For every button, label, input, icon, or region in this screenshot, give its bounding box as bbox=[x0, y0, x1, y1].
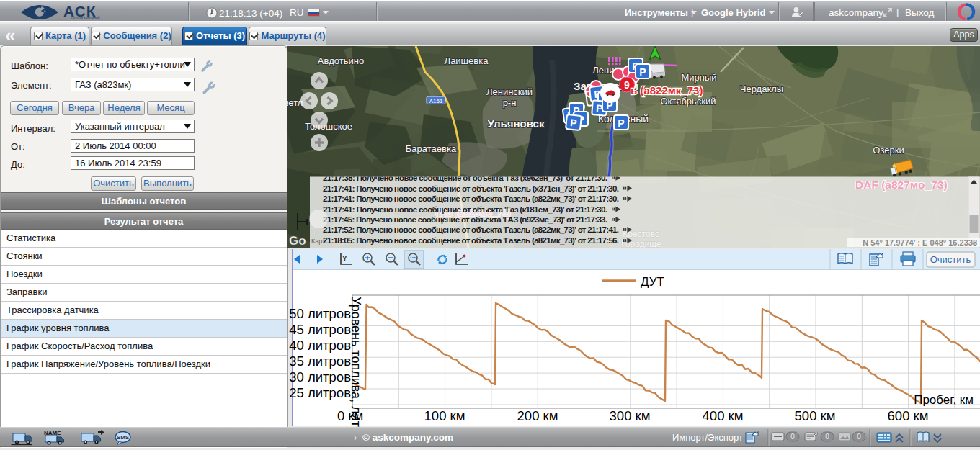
svg-text:21:17:52: Получено новое сообщ: 21:17:52: Получено новое сообщение от об… bbox=[323, 225, 619, 234]
svg-text:21:17:45: Получено новое сообщ: 21:17:45: Получено новое сообщение от об… bbox=[323, 215, 607, 224]
svg-text:300 км: 300 км bbox=[610, 408, 651, 423]
svg-text:© askcompany.com: © askcompany.com bbox=[362, 432, 453, 443]
svg-text:400 км: 400 км bbox=[703, 408, 744, 423]
svg-text:40 литров: 40 литров bbox=[289, 338, 351, 353]
svg-text:ветл: ветл bbox=[287, 97, 303, 108]
svg-text:35 литров: 35 литров bbox=[289, 354, 351, 369]
svg-text:0: 0 bbox=[857, 433, 861, 441]
svg-text:Лаишевка: Лаишевка bbox=[445, 55, 489, 66]
svg-text:9: 9 bbox=[624, 79, 630, 91]
svg-text:Чердаклы: Чердаклы bbox=[740, 84, 783, 94]
svg-text:DAF (а827мо_73): DAF (а827мо_73) bbox=[855, 179, 948, 191]
svg-text:100 км: 100 км bbox=[424, 408, 466, 423]
svg-text:Озерки: Озерки bbox=[873, 145, 904, 156]
svg-text:500 км: 500 км bbox=[795, 408, 836, 423]
svg-text:Мирный: Мирный bbox=[681, 72, 716, 83]
svg-text:21:17:41: Получено новое сообщ: 21:17:41: Получено новое сообщение от об… bbox=[323, 205, 607, 214]
svg-text:P: P bbox=[618, 117, 624, 129]
svg-text:21:17:41: Получено новое сообщ: 21:17:41: Получено новое сообщение от об… bbox=[323, 184, 619, 193]
svg-text:Go: Go bbox=[289, 234, 306, 248]
svg-text:Карт: Карт bbox=[311, 238, 325, 245]
svg-text:25 литров: 25 литров bbox=[289, 385, 351, 400]
svg-text:Уровень топлива, литр: Уровень топлива, литр bbox=[349, 297, 363, 434]
svg-text:Ленинский: Ленинский bbox=[486, 86, 533, 97]
svg-text:Импорт/Экспорт: Импорт/Экспорт bbox=[672, 432, 743, 443]
svg-text:р-н: р-н bbox=[503, 97, 517, 108]
svg-text:›: › bbox=[354, 432, 357, 443]
svg-text:›: › bbox=[450, 432, 453, 443]
svg-text:21:18:05: Получено новое сообщ: 21:18:05: Получено новое сообщение от об… bbox=[323, 236, 619, 245]
svg-text:Очистить: Очистить bbox=[930, 254, 971, 265]
svg-text:SMS: SMS bbox=[117, 434, 130, 441]
svg-text:Пробег, км: Пробег, км bbox=[914, 393, 974, 407]
svg-text:P: P bbox=[639, 66, 646, 78]
svg-text:21:17:41: Получено новое сообщ: 21:17:41: Получено новое сообщение от об… bbox=[323, 194, 619, 203]
svg-text:0: 0 bbox=[790, 433, 795, 441]
svg-text:30 литров: 30 литров bbox=[289, 369, 351, 384]
svg-text:ь (а822мк_73): ь (а822мк_73) bbox=[631, 84, 703, 96]
svg-text:Октябрьский: Октябрьский bbox=[660, 96, 716, 107]
svg-text:600 км: 600 км bbox=[888, 408, 929, 423]
svg-text:45 литров: 45 литров bbox=[289, 322, 351, 337]
svg-text:N 54° 17.9774' : E 048° 16.233: N 54° 17.9774' : E 048° 16.2338 bbox=[863, 238, 977, 247]
svg-text:50 литров: 50 литров bbox=[289, 306, 351, 321]
svg-text:P: P bbox=[569, 117, 577, 129]
svg-text:Баратаевка: Баратаевка bbox=[406, 143, 457, 154]
svg-text:ДУТ: ДУТ bbox=[641, 275, 664, 289]
svg-text:Авдотьино: Авдотьино bbox=[318, 55, 364, 66]
svg-text:Ульяновск: Ульяновск bbox=[488, 117, 545, 130]
svg-text:А151: А151 bbox=[429, 98, 443, 104]
svg-text:200 км: 200 км bbox=[517, 408, 558, 423]
svg-text:0: 0 bbox=[825, 433, 829, 441]
svg-text:Y: Y bbox=[342, 255, 347, 263]
